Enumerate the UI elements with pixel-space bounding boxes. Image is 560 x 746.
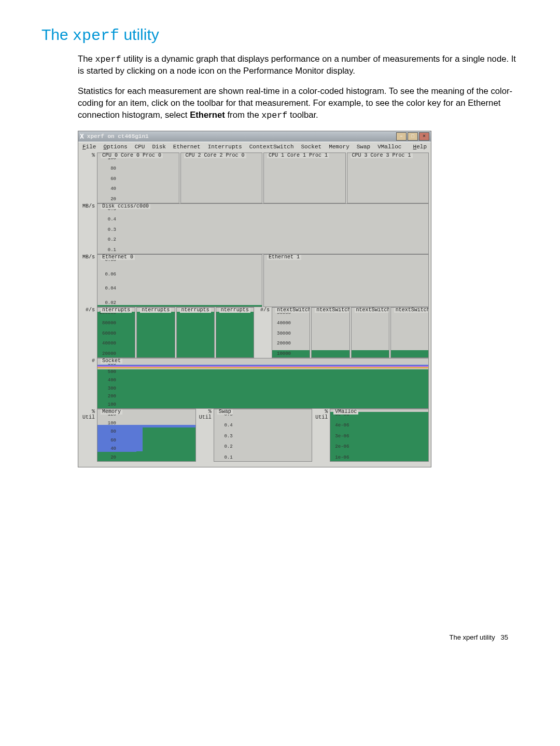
menu-contextswitch[interactable]: ContextSwitch [249,144,294,150]
window-titlebar: X xperf on ct465g1n1 – □ × [78,131,431,142]
menu-disk[interactable]: Disk [152,144,165,150]
menu-ethernet[interactable]: Ethernet [173,144,201,150]
xperf-window-screenshot: X xperf on ct465g1n1 – □ × File Options … [78,131,431,467]
paragraph-1: The xperf utility is a dynamic graph tha… [78,53,519,77]
menu-file[interactable]: File [82,144,96,150]
menu-memory[interactable]: Memory [329,144,349,150]
menu-vmalloc[interactable]: VMalloc [377,144,401,150]
page-title: The xperf utility [41,26,519,45]
paragraph-2: Statistics for each measurement are show… [78,86,519,121]
menubar: File Options CPU Disk Ethernet Interrupt… [78,142,431,151]
close-button[interactable]: × [419,132,429,141]
menu-options[interactable]: Options [103,144,127,150]
maximize-button[interactable]: □ [408,132,418,141]
menu-help[interactable]: Help [413,144,427,150]
minimize-button[interactable]: – [396,132,407,141]
menu-socket[interactable]: Socket [301,144,322,150]
menu-interrupts[interactable]: Interrupts [208,144,242,150]
menu-cpu[interactable]: CPU [135,144,145,150]
menu-swap[interactable]: Swap [357,144,370,150]
x11-icon: X [80,133,84,141]
page-footer: The xperf utility 35 [41,633,519,641]
window-title-text: xperf on ct465g1n1 [87,133,395,140]
